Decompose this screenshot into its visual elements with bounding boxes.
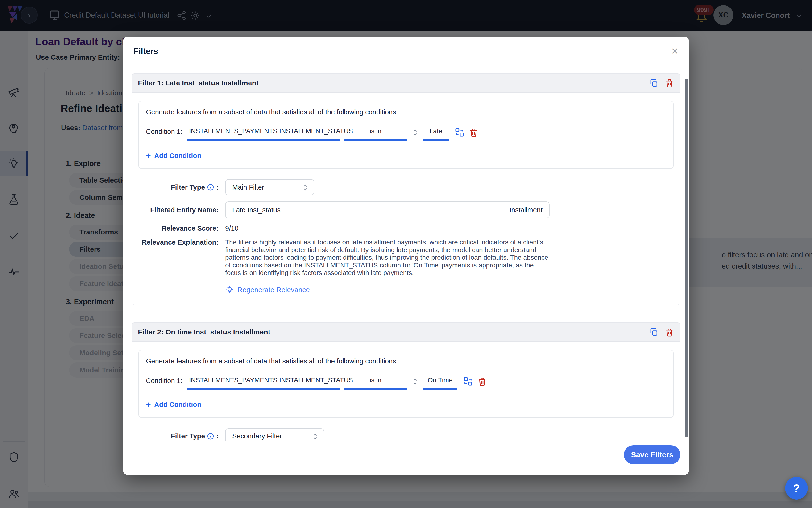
operator-stepper-icon[interactable] [412,377,419,386]
info-icon[interactable] [207,183,214,191]
save-filters-button[interactable]: Save Filters [624,445,680,464]
conditions-box: Generate features from a subset of data … [138,101,674,169]
operator-stepper-icon[interactable] [412,128,419,137]
modal-body: Filter 1: Late Inst_status Installment G… [123,67,689,475]
filter-type-label: Filter Type : [138,432,219,440]
condition-value-field[interactable]: On Time [423,376,457,390]
filter-card-title: Filter 2: On time Inst_status Installmen… [138,328,270,336]
filter-type-value: Secondary Filter [232,432,282,440]
entity-suffix: Installment [509,206,543,214]
relevance-score-label: Relevance Score: [138,224,219,232]
condition-label: Condition 1: [146,376,182,385]
condition-column-field[interactable]: INSTALLMENTS_PAYMENTS.INSTALLMENT_STATUS [187,376,340,390]
condition-row: Condition 1: INSTALLMENTS_PAYMENTS.INSTA… [146,127,666,140]
entity-name-label: Filtered Entity Name: [138,206,219,214]
plus-icon: + [146,152,151,160]
add-condition-button[interactable]: + Add Condition [146,152,666,160]
entity-name-input[interactable]: Late Inst_status Installment [225,201,550,218]
conditions-box: Generate features from a subset of data … [138,350,674,418]
condition-column-field[interactable]: INSTALLMENTS_PAYMENTS.INSTALLMENT_STATUS [187,127,340,140]
filters-modal: Filters ✕ Filter 1: Late Inst_status Ins… [123,37,689,475]
filter-card-1: Filter 1: Late Inst_status Installment G… [132,73,680,305]
conditions-intro: Generate features from a subset of data … [146,357,666,365]
entity-name-value: Late Inst_status [232,206,280,214]
add-condition-label: Add Condition [154,401,201,409]
add-condition-button[interactable]: + Add Condition [146,400,666,409]
filter-card-header: Filter 2: On time Inst_status Installmen… [132,323,680,342]
swap-condition-icon[interactable] [455,127,464,137]
relevance-explanation-label: Relevance Explanation: [138,239,219,246]
relevance-explanation-text: The filter is highly relevant as it focu… [225,239,550,277]
regenerate-relevance-button[interactable]: Regenerate Relevance [225,285,310,294]
duplicate-filter-icon[interactable] [649,327,659,337]
relevance-score-value: 9/10 [225,224,238,232]
help-button[interactable]: ? [785,477,808,500]
delete-condition-icon[interactable] [469,127,479,137]
filter-card-title: Filter 1: Late Inst_status Installment [138,79,259,87]
modal-header: Filters ✕ [123,37,689,66]
filter-type-value: Main Filter [232,183,264,191]
filter-type-label: Filter Type : [138,183,219,191]
delete-filter-icon[interactable] [665,78,674,88]
screen: › Credit Default Dataset UI tutorial 999… [0,0,812,508]
plus-icon: + [146,400,151,409]
conditions-intro: Generate features from a subset of data … [146,108,666,116]
condition-operator-field[interactable]: is in [344,127,407,140]
filter-type-select[interactable]: Main Filter [225,179,314,195]
select-stepper-icon [312,432,319,441]
delete-condition-icon[interactable] [477,376,487,386]
condition-row: Condition 1: INSTALLMENTS_PAYMENTS.INSTA… [146,376,666,390]
modal-scrollbar[interactable] [685,79,688,437]
delete-filter-icon[interactable] [665,327,674,337]
lightbulb-icon [225,285,234,294]
filter-card-header: Filter 1: Late Inst_status Installment [132,74,680,93]
close-icon[interactable]: ✕ [671,47,679,56]
modal-footer: Save Filters [123,440,689,475]
add-condition-label: Add Condition [154,152,201,160]
info-icon[interactable] [207,432,214,440]
swap-condition-icon[interactable] [463,376,473,386]
select-stepper-icon [302,183,309,192]
condition-label: Condition 1: [146,127,182,136]
condition-operator-field[interactable]: is in [344,376,407,390]
duplicate-filter-icon[interactable] [649,78,659,88]
condition-value-field[interactable]: Late [423,127,449,140]
regenerate-relevance-label: Regenerate Relevance [237,286,310,294]
modal-title: Filters [133,46,158,56]
